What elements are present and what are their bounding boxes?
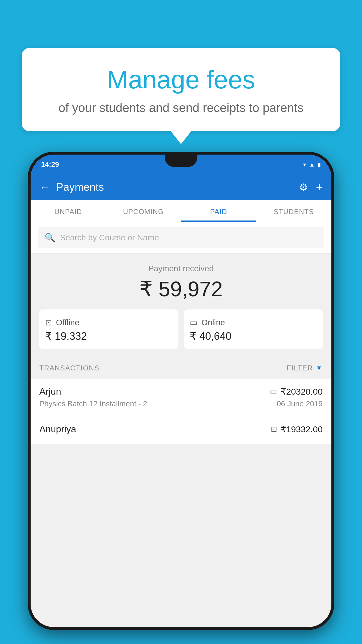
- bubble-subtitle: of your students and send receipts to pa…: [34, 101, 328, 115]
- add-icon[interactable]: +: [316, 181, 323, 194]
- signal-icon: ▲: [309, 161, 315, 168]
- transaction-amount: ₹19332.00: [281, 424, 323, 434]
- offline-type-label: Offline: [56, 318, 79, 327]
- phone-outer: 14:29 ▾ ▲ ▮ ← Payments ⚙ + UNPAID UPCO: [28, 152, 334, 630]
- transaction-name: Anupriya: [39, 424, 76, 435]
- transaction-row[interactable]: Anupriya ⊡ ₹19332.00: [31, 416, 331, 445]
- transaction-top: Arjun ▭ ₹20320.00: [39, 386, 323, 397]
- transaction-date: 06 June 2019: [277, 399, 323, 408]
- online-icon: ▭: [190, 318, 197, 327]
- transaction-amount-area: ▭ ₹20320.00: [270, 386, 323, 397]
- payment-cards: ⊡ Offline ₹ 19,332 ▭ Online ₹ 40,640: [39, 309, 323, 349]
- app-bar-icons: ⚙ +: [299, 181, 323, 194]
- tabs-bar: UNPAID UPCOMING PAID STUDENTS: [31, 200, 331, 222]
- tab-paid[interactable]: PAID: [181, 200, 256, 222]
- search-bar: 🔍 Search by Course or Name: [31, 222, 331, 253]
- phone-screen: 14:29 ▾ ▲ ▮ ← Payments ⚙ + UNPAID UPCO: [31, 155, 331, 627]
- app-bar: ← Payments ⚙ +: [31, 174, 331, 200]
- search-icon: 🔍: [45, 232, 55, 243]
- transactions-label: TRANSACTIONS: [39, 364, 99, 372]
- tab-unpaid[interactable]: UNPAID: [31, 200, 106, 222]
- settings-icon[interactable]: ⚙: [299, 181, 308, 193]
- app-bar-title: Payments: [56, 181, 293, 193]
- transactions-header: TRANSACTIONS FILTER ▼: [31, 358, 331, 379]
- speech-bubble: Manage fees of your students and send re…: [22, 48, 340, 131]
- payment-received-section: Payment received ₹ 59,972 ⊡ Offline ₹ 19…: [31, 253, 331, 358]
- offline-payment-icon: ⊡: [271, 425, 277, 434]
- bubble-title: Manage fees: [34, 66, 328, 94]
- transaction-amount-area: ⊡ ₹19332.00: [271, 424, 323, 434]
- offline-card-header: ⊡ Offline: [45, 318, 172, 327]
- battery-icon: ▮: [318, 161, 321, 168]
- phone-wrapper: 14:29 ▾ ▲ ▮ ← Payments ⚙ + UNPAID UPCO: [28, 152, 334, 644]
- online-card: ▭ Online ₹ 40,640: [184, 309, 323, 349]
- transaction-name: Arjun: [39, 386, 61, 397]
- transaction-course: Physics Batch 12 Installment - 2: [39, 399, 147, 408]
- transaction-amount: ₹20320.00: [281, 386, 323, 397]
- offline-amount: ₹ 19,332: [45, 330, 172, 342]
- back-button[interactable]: ←: [39, 181, 50, 194]
- card-payment-icon: ▭: [270, 387, 277, 396]
- status-icons: ▾ ▲ ▮: [303, 161, 321, 168]
- filter-icon: ▼: [316, 364, 323, 372]
- transaction-top: Anupriya ⊡ ₹19332.00: [39, 424, 323, 435]
- status-bar: 14:29 ▾ ▲ ▮: [31, 155, 331, 174]
- online-card-header: ▭ Online: [190, 318, 317, 327]
- transaction-row[interactable]: Arjun ▭ ₹20320.00 Physics Batch 12 Insta…: [31, 379, 331, 416]
- online-type-label: Online: [201, 318, 225, 327]
- transaction-bottom: Physics Batch 12 Installment - 2 06 June…: [39, 399, 323, 408]
- search-placeholder: Search by Course or Name: [60, 233, 159, 242]
- wifi-icon: ▾: [303, 161, 306, 168]
- filter-label: FILTER: [287, 364, 313, 372]
- online-amount: ₹ 40,640: [190, 330, 317, 342]
- status-time: 14:29: [41, 160, 59, 169]
- filter-button[interactable]: FILTER ▼: [287, 364, 323, 372]
- offline-icon: ⊡: [45, 318, 52, 327]
- tab-upcoming[interactable]: UPCOMING: [106, 200, 181, 222]
- payment-total-amount: ₹ 59,972: [39, 277, 323, 301]
- payment-received-label: Payment received: [39, 264, 323, 273]
- offline-card: ⊡ Offline ₹ 19,332: [39, 309, 178, 349]
- tab-students[interactable]: STUDENTS: [256, 200, 331, 222]
- search-input-container[interactable]: 🔍 Search by Course or Name: [38, 227, 324, 248]
